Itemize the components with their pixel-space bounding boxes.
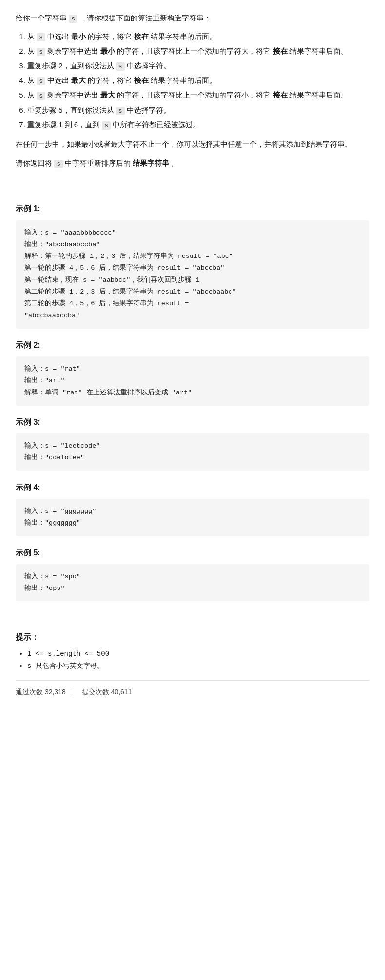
example-2-block: 输入：s = "rat" 输出："art" 解释：单词 "rat" 在上述算法重… [16,356,369,406]
s-code-6: s [116,107,125,115]
example-1: 示例 1: 输入：s = "aaaabbbbcccc" 输出："abccbaab… [16,202,369,329]
example-5: 示例 5: 输入：s = "spo" 输出："ops" [16,546,369,602]
hint-list: 1 <= s.length <= 500 s 只包含小写英文字母。 [27,648,369,672]
example-1-line-7: "abccbaabccba" [24,310,361,322]
s-code-1: s [37,33,45,41]
pass-value: 32,318 [45,686,66,698]
example-1-line-5: 第二轮的步骤 1，2，3 后，结果字符串为 result = "abccbaab… [24,286,361,298]
example-4-line-1: 输出："ggggggg" [24,517,361,529]
example-3-line-0: 输入：s = "leetcode" [24,440,361,452]
example-5-line-0: 输入：s = "spo" [24,571,361,583]
example-3: 示例 3: 输入：s = "leetcode" 输出："cdelotee" [16,415,369,471]
example-4-line-0: 输入：s = "ggggggg" [24,506,361,517]
step-3: 重复步骤 2，直到你没法从 s 中选择字符。 [27,59,369,72]
step-4: 从 s 中选出 最大 的字符，将它 接在 结果字符串的后面。 [27,74,369,87]
example-5-block: 输入：s = "spo" 输出："ops" [16,564,369,602]
footer-stats: 通过次数 32,318 提交次数 40,611 [16,680,369,698]
example-1-line-2: 解释：第一轮的步骤 1，2，3 后，结果字符串为 result = "abc" [24,251,361,262]
example-1-block: 输入：s = "aaaabbbbcccc" 输出："abccbaabccba" … [16,220,369,329]
step-2: 从 s 剩余字符中选出 最小 的字符，且该字符比上一个添加的字符大，将它 接在 … [27,45,369,58]
example-1-line-3: 第一轮的步骤 4，5，6 后，结果字符串为 result = "abccba" [24,262,361,274]
s-code-intro: s [69,15,77,23]
s-code-4: s [37,77,45,85]
note-2: 请你返回将 s 中字符重新排序后的 结果字符串 。 [16,157,369,170]
example-2-line-2: 解释：单词 "rat" 在上述算法重排序以后变成 "art" [24,387,361,399]
s-code-2: s [37,48,45,56]
example-1-title: 示例 1: [16,202,369,215]
example-2-title: 示例 2: [16,338,369,352]
example-2-line-1: 输出："art" [24,375,361,387]
step-6: 重复步骤 5，直到你没法从 s 中选择字符。 [27,104,369,117]
note-1: 在任何一步中，如果最小或者最大字符不止一个，你可以选择其中任意一个，并将其添加到… [16,138,369,151]
example-1-line-6: 第二轮的步骤 4，5，6 后，结果字符串为 result = [24,298,361,310]
example-5-line-1: 输出："ops" [24,583,361,594]
example-2-line-0: 输入：s = "rat" [24,363,361,375]
example-1-line-1: 输出："abccbaabccba" [24,239,361,251]
example-3-line-1: 输出："cdelotee" [24,452,361,464]
example-5-title: 示例 5: [16,546,369,559]
example-1-line-4: 第一轮结束，现在 s = "aabbcc"，我们再次回到步骤 1 [24,274,361,286]
example-4: 示例 4: 输入：s = "ggggggg" 输出："ggggggg" [16,481,369,536]
s-code-7: s [102,121,111,130]
s-code-3: s [116,62,125,71]
submit-label: 提交次数 [82,686,109,698]
example-1-line-0: 输入：s = "aaaabbbbcccc" [24,227,361,239]
submit-value: 40,611 [111,686,132,698]
algorithm-steps: 从 s 中选出 最小 的字符，将它 接在 结果字符串的后面。 从 s 剩余字符中… [27,30,369,131]
examples-section: 示例 1: 输入：s = "aaaabbbbcccc" 输出："abccbaab… [16,202,369,601]
example-4-block: 输入：s = "ggggggg" 输出："ggggggg" [16,499,369,536]
example-3-block: 输入：s = "leetcode" 输出："cdelotee" [16,433,369,471]
pass-label: 通过次数 [16,686,43,698]
stat-divider [74,688,74,696]
hint-title: 提示： [16,630,369,644]
example-4-title: 示例 4: [16,481,369,494]
s-code-5: s [37,92,45,100]
intro-paragraph: 给你一个字符串 s ，请你根据下面的算法重新构造字符串： [16,12,369,24]
example-2: 示例 2: 输入：s = "rat" 输出："art" 解释：单词 "rat" … [16,338,369,406]
step-5: 从 s 剩余字符中选出 最大 的字符，且该字符比上一个添加的字符小，将它 接在 … [27,89,369,101]
problem-description: 给你一个字符串 s ，请你根据下面的算法重新构造字符串： 从 s 中选出 最小 … [16,12,369,698]
step-7: 重复步骤 1 到 6，直到 s 中所有字符都已经被选过。 [27,118,369,131]
s-code-return: s [54,160,63,168]
hints-section: 提示： 1 <= s.length <= 500 s 只包含小写英文字母。 [16,630,369,672]
hint-item-1: s 只包含小写英文字母。 [27,660,369,672]
example-3-title: 示例 3: [16,415,369,429]
step-1: 从 s 中选出 最小 的字符，将它 接在 结果字符串的后面。 [27,30,369,43]
hint-item-0: 1 <= s.length <= 500 [27,648,369,660]
